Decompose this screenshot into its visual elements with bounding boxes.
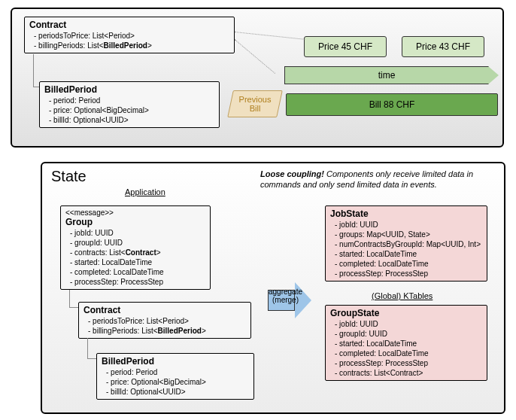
dotted-1 [235, 32, 305, 40]
jobstate-fields: jobId: UUID groups: Map<UUID, State> num… [330, 220, 482, 278]
bottom-panel: State Application Loose coupling! Compon… [41, 162, 505, 414]
billedperiod-box-bottom: BilledPeriod period: Period price: Optio… [96, 353, 254, 400]
price-box-2: Price 43 CHF [402, 36, 484, 57]
loose-coupling-note: Loose coupling! Components only receive … [260, 169, 501, 190]
ktables-heading: (Global) KTables [372, 291, 433, 300]
contract-title: Contract [29, 20, 229, 30]
billedperiod-box-top: BilledPeriod period: Period price: Optio… [39, 81, 220, 128]
billedperiod-title-b: BilledPeriod [102, 356, 249, 367]
contract-fields: periodsToPrice: List<Period> billingPeri… [29, 31, 229, 50]
bill-box: Bill 88 CHF [286, 93, 498, 116]
jobstate-box: JobState jobId: UUID groups: Map<UUID, S… [325, 205, 487, 282]
groupstate-title: GroupState [330, 308, 482, 318]
billedperiod-title: BilledPeriod [44, 84, 214, 95]
aggregate-label: aggregate(merge) [265, 288, 306, 304]
group-fields: jobId: UUID groupId: UUID contracts: Lis… [65, 228, 205, 287]
contract-title-b: Contract [83, 305, 246, 315]
time-arrow: time [284, 66, 489, 84]
previous-bill-box: Previous Bill [227, 90, 283, 117]
contract-box-top: Contract periodsToPrice: List<Period> bi… [24, 17, 235, 53]
group-box: <<message>> Group jobId: UUID groupId: U… [60, 205, 211, 290]
contract-fields-b: periodsToPrice: List<Period> billingPeri… [83, 316, 246, 336]
group-title: Group [65, 217, 205, 227]
jobstate-title: JobState [330, 208, 482, 219]
billedperiod-fields-b: period: Period price: Optional<BigDecima… [102, 367, 249, 397]
contract-box-bottom: Contract periodsToPrice: List<Period> bi… [78, 302, 251, 339]
application-heading: Application [125, 187, 165, 196]
price-box-1: Price 45 CHF [304, 36, 387, 57]
group-stereotype: <<message>> [65, 208, 205, 217]
top-panel: Contract periodsToPrice: List<Period> bi… [11, 8, 504, 148]
dotted-2 [235, 39, 275, 74]
state-title: State [51, 168, 87, 185]
billedperiod-fields: period: Period price: Optional<BigDecima… [44, 96, 214, 125]
groupstate-fields: jobId: UUID groupId: UUID started: Local… [330, 319, 482, 378]
groupstate-box: GroupState jobId: UUID groupId: UUID sta… [325, 305, 487, 381]
